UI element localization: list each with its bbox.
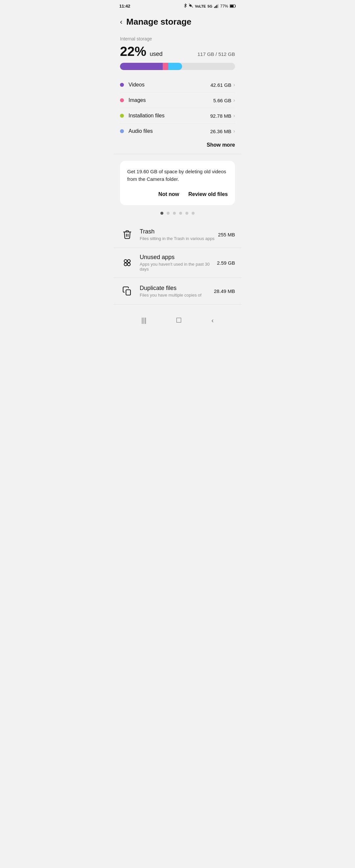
show-more-button[interactable]: Show more [120,139,235,154]
content: Internal storage 22% used 117 GB / 512 G… [114,36,241,215]
home-button[interactable]: ☐ [173,314,184,327]
trash-info: Trash Files sitting in the Trash in vari… [140,228,218,241]
unused-apps-icon [120,255,134,270]
item-size-videos: 42.61 GB [211,82,231,88]
dot-1 [160,212,163,215]
not-now-button[interactable]: Not now [158,189,179,199]
svg-rect-3 [217,5,217,7]
mute-icon [189,3,193,8]
svg-rect-2 [215,6,216,7]
page-title: Manage storage [126,17,191,27]
chevron-audio: › [233,128,235,134]
signal-bars-icon [214,4,219,8]
back-button[interactable]: ‹ [120,19,122,26]
status-bar: 11:42 VoLTE 5G 77% [114,0,241,11]
dot-4 [179,212,182,215]
item-size-images: 5.66 GB [213,98,231,103]
item-name-videos: Videos [129,82,211,88]
chevron-installation: › [233,113,235,119]
separator: / [216,51,218,57]
status-time: 11:42 [119,4,130,8]
used-amount: 117 GB [198,51,214,57]
unused-apps-subtitle: Apps you haven't used in the past 30 day… [140,262,217,272]
section-label: Internal storage [120,36,235,41]
usage-line: 22% used 117 GB / 512 GB [120,44,235,59]
item-name-images: Images [129,97,213,103]
header: ‹ Manage storage [114,11,241,30]
item-name-installation: Installation files [129,113,210,119]
suggestion-text: Get 19.60 GB of space by deleting old vi… [127,168,228,183]
svg-rect-1 [214,7,215,8]
svg-rect-7 [230,5,234,7]
usage-label: used [150,51,163,57]
svg-rect-6 [235,5,236,7]
storage-list: Videos 42.61 GB › Images 5.66 GB › Insta… [120,77,235,139]
duplicate-title: Duplicate files [140,285,214,291]
usage-percent: 22% [120,44,146,59]
dot-videos [120,83,124,87]
battery-icon [230,4,236,8]
unused-apps-size: 2.59 GB [217,260,235,266]
svg-point-9 [128,260,130,263]
svg-point-11 [128,263,130,266]
dot-audio [120,129,124,133]
suggestion-card: Get 19.60 GB of space by deleting old vi… [120,161,235,205]
usage-percent-container: 22% used [120,44,163,59]
dot-3 [173,212,176,215]
list-item-unused-apps[interactable]: Unused apps Apps you haven't used in the… [114,248,241,278]
dot-images [120,98,124,102]
bar-images [163,63,169,70]
duplicate-info: Duplicate files Files you have multiple … [140,285,214,298]
item-size-installation: 92.78 MB [210,113,231,119]
dot-installation [120,114,124,118]
pagination-dots [120,212,235,215]
storage-item-audio[interactable]: Audio files 26.36 MB › [120,124,235,139]
storage-item-images[interactable]: Images 5.66 GB › [120,93,235,108]
network-5g: 5G [207,4,212,8]
unused-apps-title: Unused apps [140,254,217,261]
dot-2 [167,212,170,215]
list-section: Trash Files sitting in the Trash in vari… [114,221,241,305]
signal-icon: VoLTE [195,4,206,8]
svg-rect-4 [218,4,218,8]
svg-rect-12 [126,290,130,295]
chevron-videos: › [233,82,235,88]
unused-apps-info: Unused apps Apps you haven't used in the… [140,254,217,272]
list-item-duplicate[interactable]: Duplicate files Files you have multiple … [114,278,241,305]
recents-button[interactable]: ||| [139,314,149,327]
item-name-audio: Audio files [129,128,210,134]
review-files-button[interactable]: Review old files [188,189,228,199]
nav-back-button[interactable]: ‹ [209,314,216,327]
trash-size: 255 MB [218,232,235,237]
trash-title: Trash [140,228,218,235]
total-amount: 512 GB [218,51,235,57]
duplicate-subtitle: Files you have multiple copies of [140,292,214,298]
bluetooth-icon [183,3,188,8]
dot-6 [192,212,195,215]
bar-installation [168,63,182,70]
nav-bar: ||| ☐ ‹ [114,308,241,336]
status-icons [183,3,193,9]
svg-point-8 [124,260,127,263]
storage-bar [120,63,235,70]
trash-subtitle: Files sitting in the Trash in various ap… [140,236,218,241]
bar-videos [120,63,163,70]
svg-point-10 [124,263,127,266]
item-size-audio: 26.36 MB [210,129,231,134]
storage-item-videos[interactable]: Videos 42.61 GB › [120,77,235,93]
dot-5 [185,212,188,215]
battery-percent: 77% [220,4,228,8]
chevron-images: › [233,97,235,103]
storage-item-installation[interactable]: Installation files 92.78 MB › [120,108,235,124]
trash-icon [120,227,134,242]
status-right: VoLTE 5G 77% [183,3,236,9]
divider [114,154,241,154]
suggestion-actions: Not now Review old files [127,189,228,199]
duplicate-icon [120,284,134,298]
duplicate-size: 28.49 MB [214,288,235,294]
usage-total: 117 GB / 512 GB [198,51,235,57]
list-item-trash[interactable]: Trash Files sitting in the Trash in vari… [114,221,241,248]
